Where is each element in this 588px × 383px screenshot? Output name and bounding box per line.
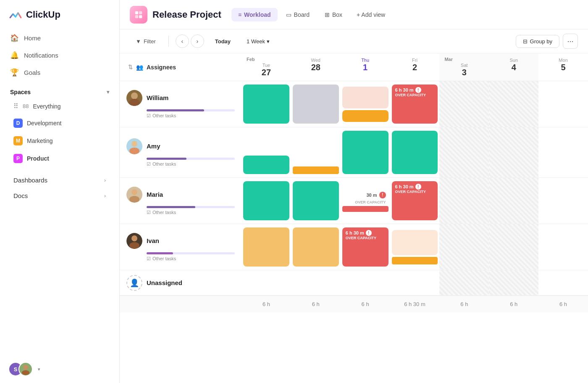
sidebar-item-docs[interactable]: Docs › xyxy=(3,188,116,203)
filter-button[interactable]: ▼ Filter xyxy=(130,35,162,48)
ivan-progress-wrap xyxy=(147,252,235,254)
william-block-peach xyxy=(342,87,388,108)
filter-icon: ▼ xyxy=(136,38,141,45)
week-chevron-icon: ▾ xyxy=(267,38,270,45)
william-task-sat xyxy=(439,81,489,127)
svg-point-0 xyxy=(23,365,28,370)
bell-icon: 🔔 xyxy=(10,51,19,60)
ivan-block-red: 6 h 30 m ! OVER CAPACITY xyxy=(342,227,388,267)
ivan-block-peach xyxy=(392,230,438,255)
ivan-name: Ivan xyxy=(147,237,159,244)
add-view-button[interactable]: + Add view xyxy=(351,8,391,21)
group-by-button[interactable]: ⊟ Group by xyxy=(516,35,559,48)
prev-arrow-button[interactable]: ‹ xyxy=(176,34,189,48)
amy-block-green-2 xyxy=(342,131,388,174)
avatar-amy xyxy=(126,138,142,154)
unassigned-task-sat xyxy=(439,270,489,296)
maria-over-capacity: 6 h 30 m ! xyxy=(395,184,421,190)
trophy-icon: 🏆 xyxy=(10,68,19,77)
maria-task-fri: 6 h 30 m ! OVER CAPACITY xyxy=(390,178,440,224)
check-icon-ivan: ☑ xyxy=(147,256,151,261)
tab-box[interactable]: ⊞ Box xyxy=(318,8,349,21)
next-arrow-button[interactable]: › xyxy=(191,34,204,48)
sidebar: ClickUp 🏠 Home 🔔 Notifications 🏆 Goals S… xyxy=(0,0,120,383)
total-fri: 6 h 30 m xyxy=(390,296,440,312)
assignees-header-label: Assignees xyxy=(147,64,176,71)
unassigned-task-fri xyxy=(390,270,440,296)
william-block-green-1 xyxy=(243,85,289,124)
project-title: Release Project xyxy=(152,9,221,20)
sidebar-item-product[interactable]: P Product xyxy=(3,150,116,167)
maria-progress-fill xyxy=(147,206,195,208)
svg-rect-2 xyxy=(135,11,138,14)
board-tab-icon: ▭ xyxy=(286,11,291,18)
tab-workload[interactable]: ≡ Workload xyxy=(231,8,278,21)
william-task-thu xyxy=(341,81,390,127)
sidebar-item-notifications[interactable]: 🔔 Notifications xyxy=(5,47,114,64)
william-task-mon xyxy=(538,81,588,127)
sidebar-item-goals[interactable]: 🏆 Goals xyxy=(5,64,114,81)
avatar-william xyxy=(126,90,142,106)
unassigned-task-tue xyxy=(242,270,291,296)
week-selector[interactable]: 1 Week ▾ xyxy=(242,35,275,48)
unassigned-cell: 👤 Unassigned xyxy=(120,270,242,296)
william-other-tasks: ☑ Other tasks xyxy=(147,113,235,119)
svg-point-6 xyxy=(131,92,138,99)
info-icon: ! xyxy=(415,87,421,93)
header-daynum-28: 28 xyxy=(296,63,336,72)
header-day-fri: Fri 2 xyxy=(390,53,440,81)
header-daynum-3: 3 xyxy=(444,68,484,77)
sidebar-item-dashboards[interactable]: Dashboards › xyxy=(3,173,116,188)
header-month-feb: Feb xyxy=(247,57,286,62)
amy-other-tasks: ☑ Other tasks xyxy=(147,161,235,167)
today-button[interactable]: Today xyxy=(209,35,236,48)
chevron-down-icon: ▾ xyxy=(38,367,40,372)
ivan-task-tue xyxy=(242,224,291,270)
sidebar-item-home[interactable]: 🏠 Home xyxy=(5,29,114,47)
maria-task-thu: 30 m ! OVER CAPACITY xyxy=(341,178,390,224)
dashboards-label: Dashboards xyxy=(13,177,47,184)
unassigned-task-sun xyxy=(489,270,538,296)
header-day-tue: Feb Tue 27 xyxy=(242,53,291,81)
more-options-button[interactable]: ··· xyxy=(563,34,578,49)
info-icon-ivan: ! xyxy=(366,230,372,236)
workload-container: ⇅ 👥 Assignees Feb Tue 27 Wed 28 Thu 1 xyxy=(120,53,588,383)
maria-over-label: OVER CAPACITY xyxy=(395,190,426,195)
william-block-gray xyxy=(293,85,339,124)
total-mon: 6 h xyxy=(538,296,588,312)
maria-block-green-1 xyxy=(243,181,289,220)
nav-home-label: Home xyxy=(24,34,41,42)
sidebar-item-marketing[interactable]: M Marketing xyxy=(3,132,116,149)
spaces-header[interactable]: Spaces ▾ xyxy=(0,85,119,98)
maria-capacity-time-fri: 6 h 30 m xyxy=(395,184,414,189)
william-progress-wrap xyxy=(147,109,235,111)
ivan-progress-fill xyxy=(147,252,173,254)
maria-over-label-thu: OVER CAPACITY xyxy=(342,200,388,204)
amy-progress-wrap xyxy=(147,158,235,160)
header-day-mon: Mon 5 xyxy=(538,53,588,81)
avatar-second[interactable] xyxy=(18,362,33,376)
header-dayname-sat: Sat xyxy=(444,63,484,68)
assignees-icon: 👥 xyxy=(136,64,143,71)
william-over-capacity: 6 h 30 m ! xyxy=(395,87,421,93)
sidebar-item-everything[interactable]: ⠿ 88 Everything xyxy=(3,98,116,114)
today-label: Today xyxy=(215,38,231,45)
unassigned-task-thu xyxy=(341,270,390,296)
logo[interactable]: ClickUp xyxy=(0,0,119,28)
assignee-ivan-cell: Ivan ☑ Other tasks xyxy=(120,224,242,270)
logo-text: ClickUp xyxy=(26,9,60,20)
home-icon: 🏠 xyxy=(10,34,19,42)
amy-block-green-3 xyxy=(392,131,438,174)
tab-board[interactable]: ▭ Board xyxy=(279,8,316,21)
svg-point-13 xyxy=(129,196,139,203)
info-icon-maria: ! xyxy=(415,184,421,190)
sidebar-item-development[interactable]: D Development xyxy=(3,115,116,132)
nav-goals-label: Goals xyxy=(24,69,40,76)
toolbar-right: ⊟ Group by ··· xyxy=(516,34,578,49)
sidebar-footer: S ▾ xyxy=(0,355,119,383)
docs-label: Docs xyxy=(13,192,28,199)
unassigned-name: Unassigned xyxy=(147,279,182,286)
ivan-block-orange-small xyxy=(392,257,438,264)
amy-block-green-1 xyxy=(243,156,289,174)
svg-point-16 xyxy=(129,242,139,249)
